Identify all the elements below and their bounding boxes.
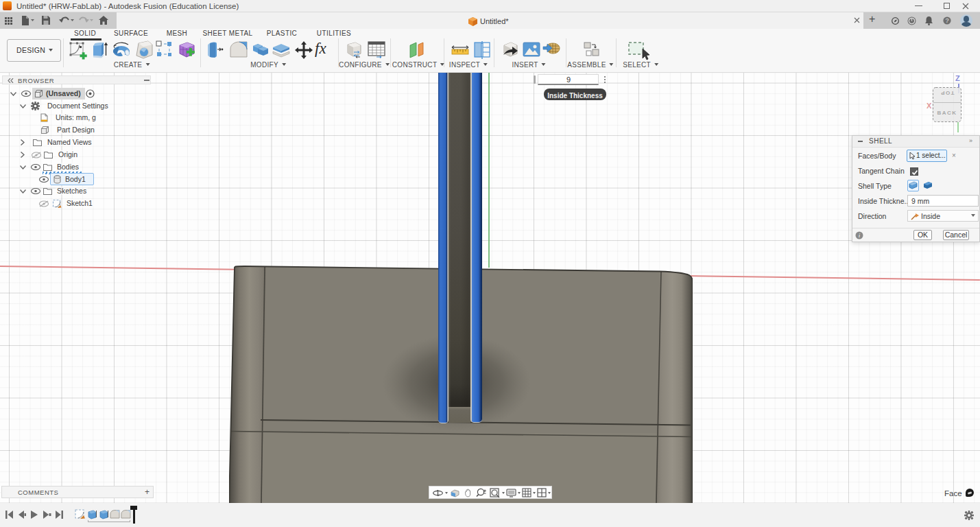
svg-text:fx: fx	[315, 40, 326, 57]
svg-text:BACK: BACK	[937, 110, 957, 116]
svg-text:?: ?	[945, 17, 948, 24]
svg-text:TOP: TOP	[940, 90, 955, 96]
